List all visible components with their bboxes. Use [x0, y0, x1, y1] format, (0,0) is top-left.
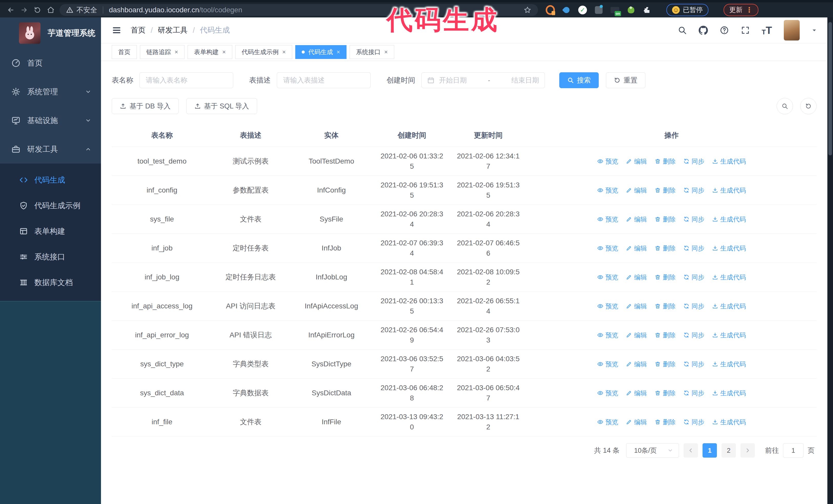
sidebar-collapse-button[interactable]	[112, 25, 121, 35]
extension-icon-grid[interactable]	[594, 5, 603, 15]
preview-link[interactable]: 预览	[597, 185, 618, 195]
import-db-button[interactable]: 基于 DB 导入	[112, 98, 178, 114]
next-page-button[interactable]	[740, 443, 755, 458]
sync-link[interactable]: 同步	[683, 243, 704, 253]
generate-code-link[interactable]: 生成代码	[712, 214, 746, 224]
search-icon[interactable]	[678, 26, 687, 35]
sync-link[interactable]: 同步	[683, 417, 704, 427]
delete-link[interactable]: 删除	[654, 185, 675, 195]
edit-link[interactable]: 编辑	[626, 388, 647, 398]
reset-button[interactable]: 重置	[606, 72, 645, 88]
preview-link[interactable]: 预览	[597, 417, 618, 427]
search-button[interactable]: 搜索	[559, 72, 599, 88]
preview-link[interactable]: 预览	[597, 156, 618, 166]
table-desc-input[interactable]	[277, 72, 371, 88]
sidebar-item-devtools[interactable]: 研发工具	[0, 135, 101, 164]
logo[interactable]: 芋道管理系统	[0, 18, 101, 49]
sidebar-item-codegen-example[interactable]: 代码生成示例	[0, 193, 101, 218]
edit-link[interactable]: 编辑	[626, 214, 647, 224]
generate-code-link[interactable]: 生成代码	[712, 272, 746, 282]
prev-page-button[interactable]	[684, 443, 698, 458]
sync-link[interactable]: 同步	[683, 330, 704, 340]
goto-page-input[interactable]	[783, 443, 804, 458]
security-chip[interactable]: 不安全	[66, 5, 97, 15]
tab-system-api[interactable]: 系统接口×	[350, 45, 394, 59]
delete-link[interactable]: 删除	[654, 330, 675, 340]
generate-code-link[interactable]: 生成代码	[712, 243, 746, 253]
edit-link[interactable]: 编辑	[626, 185, 647, 195]
refresh-table-button[interactable]	[800, 98, 816, 114]
extension-icon-green-figure[interactable]	[626, 5, 636, 15]
close-icon[interactable]: ×	[222, 48, 226, 56]
delete-link[interactable]: 删除	[654, 301, 675, 311]
page-size-select[interactable]: 10条/页	[626, 443, 679, 458]
edit-link[interactable]: 编辑	[626, 301, 647, 311]
preview-link[interactable]: 预览	[597, 214, 618, 224]
sync-link[interactable]: 同步	[683, 301, 704, 311]
page-scrollbar[interactable]	[827, 18, 833, 504]
sidebar-item-infra[interactable]: 基础设施	[0, 106, 101, 135]
sync-link[interactable]: 同步	[683, 156, 704, 166]
generate-code-link[interactable]: 生成代码	[712, 359, 746, 369]
update-badge[interactable]: 更新 ⋮	[723, 4, 758, 16]
browser-menu-icon[interactable]: ⋮	[745, 6, 753, 14]
breadcrumb-devtools[interactable]: 研发工具	[158, 25, 188, 35]
page-button-2[interactable]: 2	[721, 443, 736, 458]
toggle-search-button[interactable]	[777, 98, 793, 114]
generate-code-link[interactable]: 生成代码	[712, 330, 746, 340]
breadcrumb-home[interactable]: 首页	[131, 25, 146, 35]
edit-link[interactable]: 编辑	[626, 272, 647, 282]
delete-link[interactable]: 删除	[654, 243, 675, 253]
fullscreen-icon[interactable]	[741, 26, 750, 35]
sidebar-item-system-api[interactable]: 系统接口	[0, 244, 101, 270]
help-icon[interactable]	[720, 26, 729, 35]
extension-icon-orange[interactable]	[546, 5, 555, 15]
preview-link[interactable]: 预览	[597, 301, 618, 311]
page-button-1[interactable]: 1	[703, 443, 717, 458]
delete-link[interactable]: 删除	[654, 388, 675, 398]
bookmark-star-icon[interactable]	[524, 6, 531, 14]
browser-home-button[interactable]	[44, 4, 57, 16]
edit-link[interactable]: 编辑	[626, 417, 647, 427]
preview-link[interactable]: 预览	[597, 359, 618, 369]
extension-icon-green-check[interactable]: ✓	[578, 5, 587, 15]
delete-link[interactable]: 删除	[654, 214, 675, 224]
edit-link[interactable]: 编辑	[626, 243, 647, 253]
browser-forward-button[interactable]	[18, 4, 31, 16]
font-size-icon[interactable]: TT	[762, 25, 772, 36]
sidebar-item-home[interactable]: 首页	[0, 49, 101, 77]
generate-code-link[interactable]: 生成代码	[712, 301, 746, 311]
delete-link[interactable]: 删除	[654, 417, 675, 427]
preview-link[interactable]: 预览	[597, 388, 618, 398]
sidebar-item-codegen[interactable]: 代码生成	[0, 167, 101, 193]
close-icon[interactable]: ×	[282, 48, 286, 56]
delete-link[interactable]: 删除	[654, 272, 675, 282]
sync-link[interactable]: 同步	[683, 359, 704, 369]
avatar[interactable]	[784, 20, 800, 41]
sync-link[interactable]: 同步	[683, 185, 704, 195]
browser-back-button[interactable]	[4, 4, 18, 16]
tab-form-builder[interactable]: 表单构建×	[188, 45, 232, 59]
preview-link[interactable]: 预览	[597, 272, 618, 282]
generate-code-link[interactable]: 生成代码	[712, 185, 746, 195]
delete-link[interactable]: 删除	[654, 359, 675, 369]
tab-codegen-example[interactable]: 代码生成示例×	[235, 45, 292, 59]
sidebar-item-db-doc[interactable]: 数据库文档	[0, 270, 101, 295]
close-icon[interactable]: ×	[384, 48, 388, 56]
preview-link[interactable]: 预览	[597, 243, 618, 253]
sync-link[interactable]: 同步	[683, 272, 704, 282]
sync-link[interactable]: 同步	[683, 214, 704, 224]
close-icon[interactable]: ×	[336, 48, 340, 56]
caret-down-icon[interactable]	[811, 27, 817, 33]
extensions-puzzle-icon[interactable]	[643, 5, 652, 15]
sync-link[interactable]: 同步	[683, 388, 704, 398]
generate-code-link[interactable]: 生成代码	[712, 388, 746, 398]
generate-code-link[interactable]: 生成代码	[712, 156, 746, 166]
extension-icon-screen-on[interactable]: on	[610, 5, 619, 15]
preview-link[interactable]: 预览	[597, 330, 618, 340]
delete-link[interactable]: 删除	[654, 156, 675, 166]
edit-link[interactable]: 编辑	[626, 330, 647, 340]
date-range-picker[interactable]: 开始日期 - 结束日期	[421, 72, 545, 88]
tab-tracing[interactable]: 链路追踪×	[140, 45, 185, 59]
tab-codegen[interactable]: 代码生成×	[295, 45, 347, 59]
